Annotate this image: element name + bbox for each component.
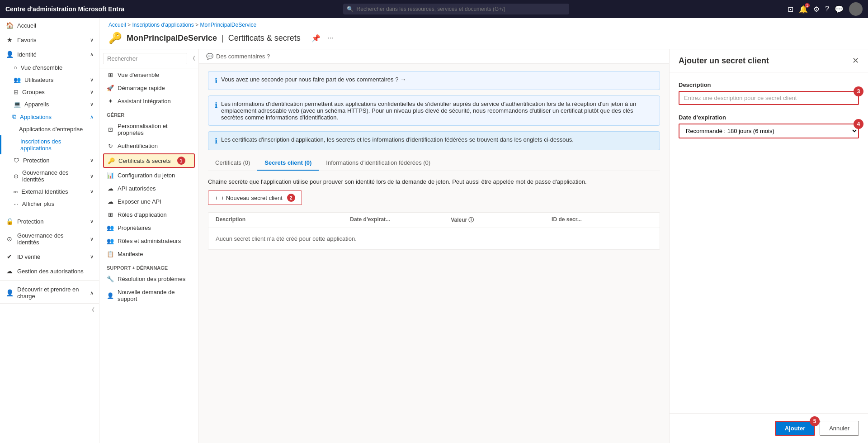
help-icon[interactable]: ?	[825, 5, 829, 13]
breadcrumb-accueil[interactable]: Accueil	[108, 22, 126, 28]
breadcrumb-sep2: >	[195, 22, 200, 28]
search-input[interactable]	[343, 4, 569, 14]
sidebar-item-gouvernance2[interactable]: ⊙ Gouvernance des identités ∨	[0, 229, 99, 249]
panel-item-demarrage[interactable]: 🚀 Démarrage rapide	[99, 81, 198, 95]
sidebar-item-groupes[interactable]: ⊞ Groupes ∨	[0, 86, 99, 98]
pin-button[interactable]: 📌	[310, 33, 322, 43]
panel-item-manifeste[interactable]: 📋 Manifeste	[99, 248, 198, 261]
panel-search-input[interactable]	[103, 53, 187, 64]
discover-icon: 👤	[5, 289, 14, 296]
drawer-title: Ajouter un secret client	[679, 56, 769, 66]
panel-item-roles[interactable]: ⊞ Rôles d'application	[99, 208, 198, 221]
col-description: Description	[216, 216, 350, 224]
expiry-select-wrap: Recommandé : 180 jours (6 mois) 90 jours…	[679, 124, 859, 138]
overview-icon: ○	[14, 64, 17, 71]
chevron-down-icon6: ∨	[90, 173, 94, 179]
drawer-close-button[interactable]: ✕	[852, 56, 859, 66]
secondary-nav: Accueil > Inscriptions d'applications > …	[99, 18, 868, 49]
sidebar: 🏠 Accueil ★ Favoris ∨ 👤 Identité ∧ ○ Vue…	[0, 18, 99, 443]
sidebar-item-external[interactable]: ∞ External Identities ∨	[0, 186, 99, 198]
sidebar-item-utilisateurs[interactable]: 👥 Utilisateurs ∨	[0, 74, 99, 86]
new-secret-button[interactable]: + + Nouveau secret client 2	[208, 191, 302, 205]
breadcrumb-entity[interactable]: MonPrincipalDeService	[200, 22, 256, 28]
add-button[interactable]: Ajouter	[775, 421, 816, 436]
more-button[interactable]: ···	[326, 33, 335, 43]
breadcrumb-sep1: >	[127, 22, 132, 28]
panel-item-personnalisation[interactable]: ⊡ Personnalisation et propriétés	[99, 119, 198, 139]
section-support: Support + dépannage	[99, 261, 198, 272]
col-id: ID de secr...	[552, 216, 652, 224]
governance2-icon: ⊙	[5, 235, 14, 243]
avatar[interactable]	[849, 2, 863, 16]
page-header: 🔑 MonPrincipalDeService | Certificats & …	[108, 32, 859, 49]
tab-federation[interactable]: Informations d'identification fédérées (…	[319, 156, 438, 171]
info-icon1: ℹ	[215, 76, 217, 85]
panel-item-vue-ensemble[interactable]: ⊞ Vue d'ensemble	[99, 68, 198, 81]
plus-icon: +	[215, 195, 218, 201]
sidebar-item-favoris[interactable]: ★ Favoris ∨	[0, 33, 99, 47]
settings-icon[interactable]: ⚙	[813, 5, 820, 14]
protection-icon: 🛡	[14, 157, 19, 164]
cancel-button[interactable]: Annuler	[820, 421, 859, 436]
app-title: Centre d'administration Microsoft Entra	[5, 5, 124, 13]
panel-item-api-autorisees[interactable]: ☁ API autorisées	[99, 182, 198, 195]
sidebar-item-applications[interactable]: ⧉ Applications ∧	[0, 110, 99, 123]
sparkle-icon: ✦	[107, 98, 114, 105]
panel-item-resolution[interactable]: 🔧 Résolution des problèmes	[99, 272, 198, 286]
divider1	[0, 212, 99, 212]
header-separator: |	[222, 33, 224, 43]
drawer-header: Ajouter un secret client ✕	[670, 49, 868, 72]
topbar-icons: ⊡ 🔔1 ⚙ ? 💬	[788, 2, 863, 16]
sidebar-item-apps-entreprise[interactable]: Applications d'entreprise	[0, 123, 99, 135]
content-area: Accueil > Inscriptions d'applications > …	[99, 18, 868, 443]
panel-item-authentification[interactable]: ↻ Authentification	[99, 139, 198, 152]
sidebar-item-decouvrir[interactable]: 👤 Découvrir et prendre en charge ∧	[0, 282, 99, 303]
badge-4: 4	[854, 119, 863, 129]
owners-icon: 👥	[107, 224, 114, 231]
sidebar-item-appareils[interactable]: 💻 Appareils ∨	[0, 98, 99, 110]
sidebar-item-vue-ensemble[interactable]: ○ Vue d'ensemble	[0, 62, 99, 74]
tab-secrets[interactable]: Secrets client (0)	[257, 156, 319, 171]
sidebar-item-identite[interactable]: 👤 Identité ∧	[0, 47, 99, 62]
add-button-wrap: Ajouter 5	[775, 421, 816, 436]
sidebar-item-inscriptions[interactable]: Inscriptions des applications	[0, 135, 99, 154]
panel-item-certificats[interactable]: 🔑 Certificats & secrets 1	[103, 153, 195, 168]
cloud-icon: ☁	[5, 267, 14, 275]
notification-icon[interactable]: 🔔1	[799, 5, 808, 14]
tab-certificats[interactable]: Certificats (0)	[208, 156, 257, 171]
expiry-row: Date d'expiration Recommandé : 180 jours…	[679, 114, 859, 138]
screen-icon[interactable]: ⊡	[788, 5, 793, 14]
roles-icon: ⊞	[107, 211, 114, 218]
api-icon: ☁	[107, 185, 114, 192]
sidebar-item-id-verifie[interactable]: ✔ ID vérifié ∨	[0, 249, 99, 264]
secrets-table: Description Date d'expirat... Valeur ⓘ I…	[208, 212, 660, 250]
sidebar-item-gestion[interactable]: ☁ Gestion des autorisations	[0, 264, 99, 278]
sidebar-collapse-btn[interactable]: 《	[89, 306, 94, 314]
drawer-spacer	[670, 252, 868, 414]
breadcrumb-inscriptions[interactable]: Inscriptions d'applications	[132, 22, 193, 28]
expiry-select[interactable]: Recommandé : 180 jours (6 mois) 90 jours…	[679, 124, 859, 138]
panel-item-roles-admin[interactable]: 👥 Rôles et administrateurs	[99, 234, 198, 248]
feedback-banner: ℹ Vous avez une seconde pour nous faire …	[208, 71, 660, 90]
personalization-icon: ⊡	[107, 126, 114, 133]
chevron-down-icon: ∨	[90, 37, 94, 43]
badge-5: 5	[810, 416, 820, 426]
sidebar-item-protection2[interactable]: 🔒 Protection ∨	[0, 214, 99, 229]
sidebar-item-accueil[interactable]: 🏠 Accueil	[0, 18, 99, 33]
sidebar-item-gouvernance[interactable]: ⊙ Gouvernance des identités ∨	[0, 167, 99, 186]
description-input[interactable]	[679, 91, 859, 105]
panel-item-proprietaires[interactable]: 👥 Propriétaires	[99, 221, 198, 234]
apps-icon: ⧉	[12, 113, 16, 120]
highlight-badge-1: 1	[177, 157, 185, 165]
panel-item-nouvelle-demande[interactable]: 👤 Nouvelle demande de support	[99, 286, 198, 305]
sidebar-item-protection[interactable]: 🛡 Protection ∨	[0, 154, 99, 167]
chat-icon[interactable]: 💬	[835, 5, 844, 14]
chevron-down-icon8: ∨	[90, 219, 94, 224]
panel-collapse-btn[interactable]: 《	[189, 54, 196, 63]
more-icon: ···	[14, 200, 19, 207]
panel-item-exposer-api[interactable]: ☁ Exposer une API	[99, 195, 198, 208]
sidebar-item-afficher-plus[interactable]: ··· Afficher plus	[0, 198, 99, 210]
col-value: Valeur ⓘ	[451, 216, 552, 224]
panel-item-config-jeton[interactable]: 📊 Configuration du jeton	[99, 169, 198, 182]
panel-item-assistant[interactable]: ✦ Assistant Intégration	[99, 95, 198, 108]
